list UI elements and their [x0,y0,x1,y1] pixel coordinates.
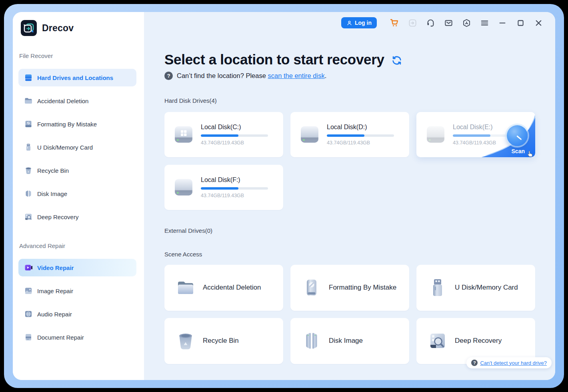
sidebar-item-u-disk-memory-card[interactable]: U Disk/Memory Card [18,138,136,156]
hard-drive-icon [174,126,193,143]
sidebar-item-icon [24,333,33,342]
window-frame: Drecov File Recover Hard Drives and Loca… [4,4,564,388]
help-icon: ? [471,360,478,366]
close-icon[interactable] [534,18,543,28]
scene-icon [427,330,448,351]
scene-icon [175,330,196,351]
scene-card-recycle-bin[interactable]: Recycle Bin [164,318,283,364]
external-drives-heading: External Drives(0) [164,227,555,234]
sidebar-item-document-repair[interactable]: Document Repair [18,328,136,346]
app-logo-icon [21,20,37,36]
sidebar-item-icon [24,212,33,221]
sidebar-item-label: Video Repair [37,264,74,271]
detect-hard-drive-link[interactable]: Can't detect your hard drive? [480,360,547,366]
scene-access-heading: Scene Access [164,250,555,258]
sidebar-item-icon [24,96,33,105]
drive-usage-bar [201,187,268,190]
refresh-icon[interactable] [391,55,402,66]
sidebar-item-accidental-deletion[interactable]: Accidental Deletion [18,92,136,110]
scan-entire-disk-link[interactable]: scan the entire disk [268,72,324,79]
hand-cursor-icon [526,150,534,157]
scene-icon [301,330,322,351]
feedback-mail-icon[interactable] [444,18,453,28]
scene-card-formatting-by-mistake[interactable]: Formatting By Mistake [290,265,409,311]
scene-label: Disk Image [329,337,363,345]
sidebar-item-icon [24,73,33,82]
sidebar-item-video-repair[interactable]: Video Repair [18,259,136,276]
scene-icon [301,277,322,298]
sidebar-item-label: Recycle Bin [37,167,69,174]
content-area: Log in [144,12,555,380]
sidebar-item-label: Audio Repair [37,311,72,318]
sidebar-item-audio-repair[interactable]: Audio Repair [18,305,136,323]
help-icon: ? [164,72,173,80]
scan-button-icon[interactable] [507,125,528,146]
drive-name: Local Disk(D:) [327,124,394,131]
drive-card-local-disk-c[interactable]: Local Disk(C:) 43.74GB/119.43GB [164,112,283,157]
sidebar-item-hard-drives-and-locations[interactable]: Hard Drives and Locations [18,69,136,86]
drive-usage-text: 43.74GB/119.43GB [201,193,268,198]
toolkit-box-icon[interactable] [462,18,471,28]
sidebar-item-label: U Disk/Memory Card [37,144,93,151]
activate-import-icon[interactable] [408,18,417,28]
sidebar-item-icon [24,286,33,295]
hint-text: Can’t find the location? Please scan the… [177,72,326,80]
drive-usage-bar [327,134,394,137]
sidebar-item-label: Disk Image [37,190,67,197]
hint-row: ? Can’t find the location? Please scan t… [164,72,555,80]
sidebar-section-label-file-recover: File Recover [19,52,144,59]
drive-card-local-disk-f[interactable]: Local Disk(F:) 43.74GB/119.43GB [164,165,283,210]
sidebar-item-icon [24,143,33,152]
scene-label: U Disk/Memory Card [455,284,518,292]
scene-card-u-disk-memory-card[interactable]: U Disk/Memory Card [416,265,535,311]
login-button[interactable]: Log in [341,17,377,28]
sidebar-item-label: Hard Drives and Locations [37,74,113,81]
sidebar-item-disk-image[interactable]: Disk Image [18,185,136,202]
menu-icon[interactable] [480,18,489,28]
sidebar-nav-file-recover: Hard Drives and Locations Accidental Del… [18,69,136,226]
scene-label: Formatting By Mistake [329,284,396,292]
sidebar-item-image-repair[interactable]: Image Repair [18,282,136,300]
drive-name: Local Disk(F:) [201,176,268,184]
scan-overlay[interactable]: Scan [416,112,535,157]
sidebar-item-label: Image Repair [37,288,73,294]
scan-label: Scan [512,148,525,154]
sidebar-item-icon [24,263,33,272]
sidebar-item-label: Accidental Deletion [37,98,88,104]
hard-drive-icon [174,178,193,196]
sidebar: Drecov File Recover Hard Drives and Loca… [13,12,144,380]
sidebar-item-deep-recovery[interactable]: Deep Recovery [18,208,136,226]
titlebar: Log in [341,17,543,28]
drive-usage-text: 43.74GB/119.43GB [327,140,394,146]
sidebar-item-formatting-by-mistake[interactable]: Formatting By Mistake [18,115,136,133]
scene-card-disk-image[interactable]: Disk Image [290,318,409,364]
scene-icon [175,277,196,298]
sidebar-item-label: Document Repair [37,334,84,341]
sidebar-item-recycle-bin[interactable]: Recycle Bin [18,162,136,179]
scene-access-grid: Accidental Deletion Formatting By Mistak… [164,265,555,364]
hard-disks-grid: Local Disk(C:) 43.74GB/119.43GB Local Di… [164,112,555,210]
brand: Drecov [21,20,144,36]
drive-usage-bar [201,134,268,137]
drive-card-local-disk-e[interactable]: Local Disk(E:) 43.74GB/119.43GB [416,112,535,157]
drive-card-local-disk-d[interactable]: Local Disk(D:) 43.74GB/119.43GB [290,112,409,157]
sidebar-item-icon [24,189,33,198]
support-headset-icon[interactable] [426,18,435,28]
page-title-text: Select a location to start recovery [164,50,384,69]
scene-label: Accidental Deletion [203,284,261,292]
minimize-icon[interactable] [498,18,507,28]
hard-drive-help-pill[interactable]: ? Can't detect your hard drive? [466,357,552,368]
scene-label: Recycle Bin [203,337,239,345]
maximize-icon[interactable] [516,18,525,28]
login-label: Log in [355,20,372,26]
hard-drive-icon [300,126,319,143]
drive-usage-text: 43.74GB/119.43GB [201,140,268,146]
cart-icon[interactable] [390,18,399,28]
hard-disks-heading: Hard Disk Drives(4) [164,97,555,104]
page-title: Select a location to start recovery [164,50,555,69]
sidebar-section-label-advanced-repair: Advanced Repair [19,242,144,249]
sidebar-nav-advanced-repair: Video Repair Image Repair Audio Repair D… [18,259,136,346]
scene-card-accidental-deletion[interactable]: Accidental Deletion [164,265,283,311]
sidebar-item-icon [24,166,33,175]
scene-label: Deep Recovery [455,337,502,345]
